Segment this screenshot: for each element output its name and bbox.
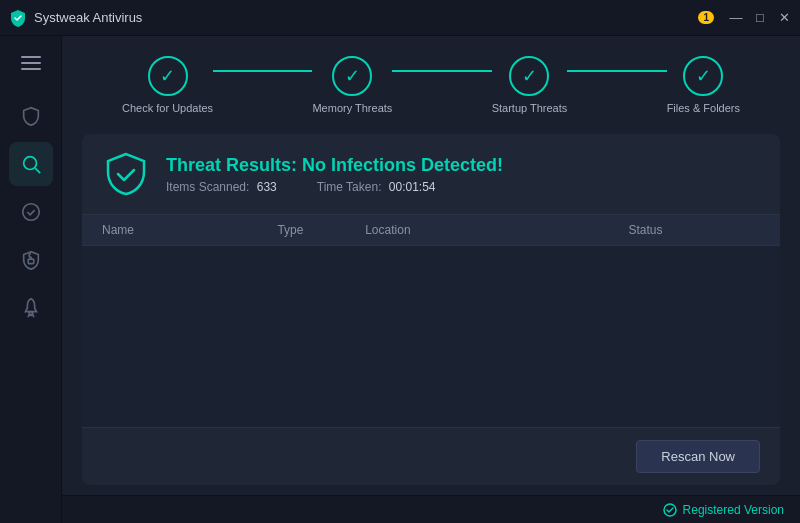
time-taken-label: Time Taken: — [317, 180, 382, 194]
main-content: ✓ Check for Updates ✓ Memory Threats ✓ S… — [62, 36, 800, 495]
app-footer: Registered Version — [62, 495, 800, 523]
app-logo — [8, 8, 28, 28]
result-header: Threat Results: No Infections Detected! … — [82, 134, 780, 215]
shield-icon — [20, 105, 42, 127]
sidebar — [0, 36, 62, 523]
step-circle-1: ✓ — [148, 56, 188, 96]
step-connector-3 — [567, 70, 666, 72]
col-location: Location — [365, 223, 628, 237]
step-check-updates: ✓ Check for Updates — [122, 56, 213, 114]
step-circle-2: ✓ — [332, 56, 372, 96]
col-name: Name — [102, 223, 277, 237]
col-status: Status — [628, 223, 760, 237]
step-files-folders: ✓ Files & Folders — [667, 56, 740, 114]
svg-point-5 — [664, 504, 676, 516]
results-table: Name Type Location Status — [82, 215, 780, 427]
step-label-4: Files & Folders — [667, 102, 740, 114]
lock-shield-icon — [20, 249, 42, 271]
rescan-button[interactable]: Rescan Now — [636, 440, 760, 473]
sidebar-item-safeweb[interactable] — [9, 190, 53, 234]
search-icon — [20, 153, 42, 175]
sidebar-item-secure[interactable] — [9, 238, 53, 282]
step-label-3: Startup Threats — [492, 102, 568, 114]
step-circle-3: ✓ — [509, 56, 549, 96]
step-label-1: Check for Updates — [122, 102, 213, 114]
hamburger-line — [21, 56, 41, 58]
progress-steps: ✓ Check for Updates ✓ Memory Threats ✓ S… — [82, 56, 780, 114]
titlebar: Systweak Antivirus 1 — □ ✕ — [0, 0, 800, 36]
app-layout: ✓ Check for Updates ✓ Memory Threats ✓ S… — [0, 36, 800, 523]
svg-point-2 — [22, 204, 39, 221]
minimize-button[interactable]: — — [728, 10, 744, 26]
step-connector-2 — [392, 70, 491, 72]
rocket-icon — [20, 297, 42, 319]
registered-check-icon — [663, 503, 677, 517]
sidebar-item-boost[interactable] — [9, 286, 53, 330]
result-meta: Items Scanned: 633 Time Taken: 00:01:54 — [166, 180, 503, 194]
result-text: Threat Results: No Infections Detected! … — [166, 155, 503, 194]
hamburger-line — [21, 62, 41, 64]
time-taken-value: 00:01:54 — [389, 180, 436, 194]
items-scanned-value: 633 — [257, 180, 277, 194]
result-title-label: Threat Results: — [166, 155, 297, 175]
sidebar-item-protection[interactable] — [9, 94, 53, 138]
col-type: Type — [277, 223, 365, 237]
notification-badge: 1 — [698, 11, 714, 24]
time-taken: Time Taken: 00:01:54 — [317, 180, 436, 194]
step-startup-threats: ✓ Startup Threats — [492, 56, 568, 114]
svg-line-1 — [35, 168, 40, 173]
sidebar-item-scan[interactable] — [9, 142, 53, 186]
table-body — [82, 246, 780, 427]
items-scanned: Items Scanned: 633 — [166, 180, 277, 194]
step-circle-4: ✓ — [683, 56, 723, 96]
result-panel: Threat Results: No Infections Detected! … — [82, 134, 780, 485]
items-scanned-label: Items Scanned: — [166, 180, 249, 194]
window-controls: 1 — □ ✕ — [698, 10, 792, 26]
step-label-2: Memory Threats — [312, 102, 392, 114]
main-area: ✓ Check for Updates ✓ Memory Threats ✓ S… — [62, 36, 800, 523]
result-status: No Infections Detected! — [302, 155, 503, 175]
svg-rect-3 — [28, 259, 34, 264]
result-footer: Rescan Now — [82, 427, 780, 485]
svg-point-0 — [23, 157, 36, 170]
hamburger-menu[interactable] — [13, 48, 49, 78]
check-circle-icon — [20, 201, 42, 223]
maximize-button[interactable]: □ — [752, 10, 768, 26]
table-header: Name Type Location Status — [82, 215, 780, 246]
step-memory-threats: ✓ Memory Threats — [312, 56, 392, 114]
registered-label: Registered Version — [683, 503, 784, 517]
result-title: Threat Results: No Infections Detected! — [166, 155, 503, 176]
shield-check-icon — [102, 150, 150, 198]
close-button[interactable]: ✕ — [776, 10, 792, 26]
step-connector-1 — [213, 70, 312, 72]
hamburger-line — [21, 68, 41, 70]
app-title: Systweak Antivirus — [34, 10, 698, 25]
result-shield-icon — [102, 150, 150, 198]
